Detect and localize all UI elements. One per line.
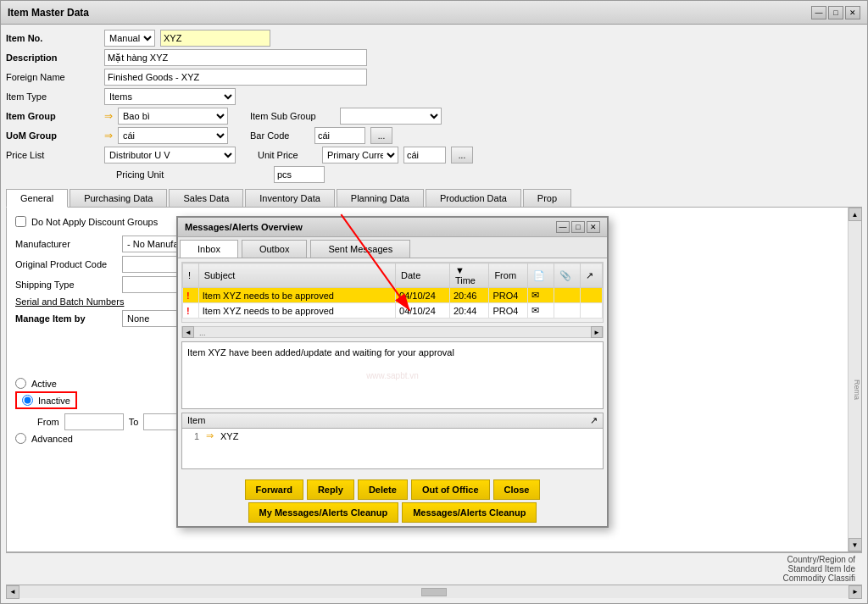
item-row-value: XYZ xyxy=(220,431,238,441)
uom-group-label: UoM Group xyxy=(6,130,99,141)
scroll-left-btn[interactable]: ◄ xyxy=(6,585,19,599)
bar-code-input[interactable] xyxy=(314,127,365,144)
messages-table: ! Subject Date ▼ Time From 📄 📎 ↗ xyxy=(182,263,603,319)
out-of-office-button[interactable]: Out of Office xyxy=(411,479,490,500)
messages-alerts-dialog: Messages/Alerts Overview — □ ✕ Inbox Out… xyxy=(176,216,609,528)
advanced-radio[interactable] xyxy=(15,433,26,444)
unit-price-select[interactable]: Primary Curre xyxy=(322,147,398,163)
from-date-input[interactable] xyxy=(64,413,124,430)
scroll-down-button[interactable]: ▼ xyxy=(849,538,862,551)
row1-time: 20:46 xyxy=(449,288,488,303)
title-buttons: — □ ✕ xyxy=(811,6,860,19)
pricing-unit-row: Pricing Unit xyxy=(6,166,862,183)
foreign-name-input[interactable] xyxy=(104,69,367,86)
row1-date: 04/10/24 xyxy=(396,288,450,303)
maximize-button[interactable]: □ xyxy=(828,6,843,19)
price-list-select[interactable]: Distributor U V xyxy=(104,147,236,163)
item-type-select[interactable]: Items xyxy=(104,88,236,105)
from-label: From xyxy=(37,417,59,427)
delete-button[interactable]: Delete xyxy=(358,479,408,500)
expand-icon[interactable]: ↗ xyxy=(590,415,598,426)
col-expand[interactable]: ↗ xyxy=(581,263,603,288)
table-row[interactable]: ! Item XYZ needs to be approved 04/10/24… xyxy=(183,288,603,303)
tab-inventory[interactable]: Inventory Data xyxy=(245,189,335,207)
bottom-scroll-track xyxy=(19,588,849,596)
to-label: To xyxy=(129,417,139,427)
tab-purchasing[interactable]: Purchasing Data xyxy=(70,189,167,207)
dialog-tab-sent[interactable]: Sent Messages xyxy=(310,240,410,258)
dialog-title-buttons: — □ ✕ xyxy=(556,221,600,233)
description-input[interactable] xyxy=(104,49,367,66)
window-title: Item Master Data xyxy=(8,7,89,19)
dialog-title-bar: Messages/Alerts Overview — □ ✕ xyxy=(178,218,607,237)
table-row[interactable]: ! Item XYZ needs to be approved 04/10/24… xyxy=(183,303,603,319)
pricing-unit-input[interactable] xyxy=(274,166,325,183)
dialog-close-btn[interactable]: Close xyxy=(493,479,541,500)
bottom-scrollbar: ◄ ► xyxy=(6,585,862,598)
messages-table-header: ! Subject Date ▼ Time From 📄 📎 ↗ xyxy=(183,263,603,288)
unit-price-label: Unit Price xyxy=(258,150,317,160)
col-time: ▼ Time xyxy=(449,263,488,288)
bar-code-browse-button[interactable]: ... xyxy=(370,127,392,144)
description-label: Description xyxy=(6,53,99,63)
dialog-maximize-button[interactable]: □ xyxy=(571,221,585,233)
scroll-right-button[interactable]: ► xyxy=(591,326,603,338)
shipping-type-label: Shipping Type xyxy=(15,280,117,290)
unit-price-input[interactable] xyxy=(403,147,446,163)
dialog-tab-inbox[interactable]: Inbox xyxy=(180,240,238,258)
messages-cleanup-button[interactable]: Messages/Alerts Cleanup xyxy=(402,502,537,523)
status-line3: Commodity Classifi xyxy=(13,574,855,583)
foreign-name-label: Foreign Name xyxy=(6,72,99,82)
tab-production[interactable]: Production Data xyxy=(426,189,521,207)
reply-button[interactable]: Reply xyxy=(307,479,354,500)
pricing-unit-label: Pricing Unit xyxy=(116,169,269,180)
tab-general[interactable]: General xyxy=(6,189,68,208)
item-sub-group-select[interactable] xyxy=(340,108,442,125)
active-label: Active xyxy=(31,379,57,389)
item-empty-space xyxy=(182,443,603,468)
item-no-mode-select[interactable]: Manual xyxy=(104,30,155,47)
price-list-label: Price List xyxy=(6,150,99,160)
scroll-left-button[interactable]: ◄ xyxy=(182,326,194,338)
dialog-close-button[interactable]: ✕ xyxy=(587,221,600,233)
messages-table-container: ! Subject Date ▼ Time From 📄 📎 ↗ xyxy=(181,262,604,323)
row2-attach xyxy=(554,303,581,319)
inactive-radio-row: Inactive xyxy=(15,391,77,409)
tab-content-area: Do Not Apply Discount Groups Manufacture… xyxy=(6,208,862,552)
item-no-input[interactable] xyxy=(160,30,270,47)
tab-sales[interactable]: Sales Data xyxy=(169,189,243,207)
my-messages-cleanup-button[interactable]: My Messages/Alerts Cleanup xyxy=(248,502,399,523)
uom-group-select[interactable]: cái xyxy=(118,127,228,144)
item-row-arrow-icon: ⇒ xyxy=(206,430,214,441)
forward-button[interactable]: Forward xyxy=(245,479,303,500)
active-radio[interactable] xyxy=(15,378,26,389)
serial-batch-label[interactable]: Serial and Batch Numbers xyxy=(15,296,117,307)
horizontal-scrollbar: ◄ ... ► xyxy=(181,326,604,338)
row1-exclaim: ! xyxy=(183,288,199,303)
tab-prop[interactable]: Prop xyxy=(523,189,571,207)
unit-price-browse-button[interactable]: ... xyxy=(451,147,473,163)
tab-planning[interactable]: Planning Data xyxy=(337,189,424,207)
manufacturer-label: Manufacturer xyxy=(15,239,117,249)
discount-checkbox[interactable] xyxy=(15,216,26,227)
row2-exclaim: ! xyxy=(183,303,199,319)
row2-from: PRO4 xyxy=(489,303,527,319)
dialog-tab-outbox[interactable]: Outbox xyxy=(242,240,307,258)
scroll-thumb[interactable] xyxy=(421,588,447,596)
item-type-row: Item Type Items xyxy=(6,88,862,105)
item-group-select[interactable]: Bao bì xyxy=(118,108,228,125)
uom-group-arrow-icon: ⇒ xyxy=(104,130,113,141)
close-button[interactable]: ✕ xyxy=(845,6,860,19)
uom-group-row: UoM Group ⇒ cái Bar Code ... xyxy=(6,127,862,144)
inactive-radio[interactable] xyxy=(22,395,33,406)
item-row-num: 1 xyxy=(186,431,199,441)
col-attach: 📎 xyxy=(554,263,581,288)
row2-time: 20:44 xyxy=(449,303,488,319)
right-scrollbar: ▲ Rema ▼ xyxy=(848,208,861,551)
minimize-button[interactable]: — xyxy=(811,6,826,19)
scroll-right-btn[interactable]: ► xyxy=(849,585,862,599)
header-form: Item No. Manual Description Foreign Name… xyxy=(6,30,862,186)
item-section: Item ↗ 1 ⇒ XYZ xyxy=(181,413,604,469)
scroll-up-button[interactable]: ▲ xyxy=(849,208,862,221)
dialog-minimize-button[interactable]: — xyxy=(556,221,570,233)
